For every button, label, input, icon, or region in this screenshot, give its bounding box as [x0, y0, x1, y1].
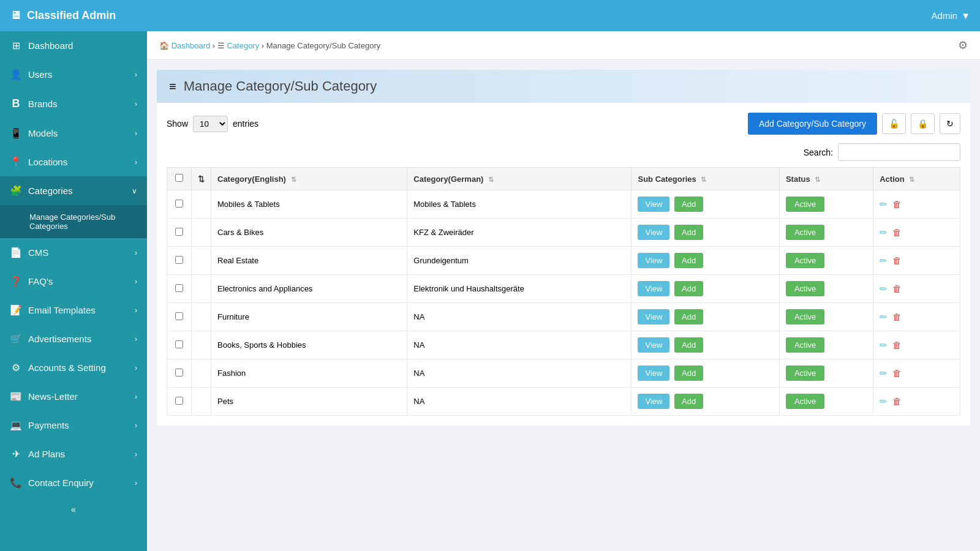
search-row: Search:: [167, 143, 960, 161]
sidebar-item-advertisements[interactable]: 🛒 Advertisements ›: [0, 324, 147, 353]
row-action: ✏ 🗑: [873, 303, 960, 331]
breadcrumb-category[interactable]: Category: [227, 41, 259, 50]
add-subcategory-button[interactable]: Add: [674, 365, 703, 381]
locations-icon: 📍: [10, 156, 22, 168]
edit-icon[interactable]: ✏: [880, 368, 888, 379]
view-subcategories-button[interactable]: View: [638, 365, 669, 381]
add-subcategory-button[interactable]: Add: [674, 253, 703, 268]
delete-icon[interactable]: 🗑: [892, 340, 902, 350]
row-checkbox[interactable]: [175, 256, 183, 264]
add-subcategory-button[interactable]: Add: [674, 281, 703, 296]
th-category-english[interactable]: Category(English) ⇅: [211, 168, 407, 190]
view-subcategories-button[interactable]: View: [638, 281, 669, 296]
row-category-de: Elektronik und Haushaltsgeräte: [407, 275, 631, 303]
sidebar-item-locations[interactable]: 📍 Locations ›: [0, 148, 147, 176]
view-subcategories-button[interactable]: View: [638, 337, 669, 353]
add-subcategory-button[interactable]: Add: [674, 225, 703, 240]
th-sub-categories[interactable]: Sub Categories ⇅: [631, 168, 779, 190]
add-subcategory-button[interactable]: Add: [674, 197, 703, 212]
sidebar-item-cms[interactable]: 📄 CMS ›: [0, 238, 147, 267]
lock-button[interactable]: 🔒: [911, 113, 935, 134]
delete-icon[interactable]: 🗑: [892, 199, 902, 209]
delete-icon[interactable]: 🗑: [892, 283, 902, 294]
row-checkbox[interactable]: [175, 200, 183, 208]
row-checkbox[interactable]: [175, 312, 183, 320]
row-action: ✏ 🗑: [873, 275, 960, 303]
sidebar-item-faqs[interactable]: ❓ FAQ's ›: [0, 267, 147, 296]
sidebar-item-models[interactable]: 📱 Models ›: [0, 119, 147, 148]
add-subcategory-button[interactable]: Add: [674, 337, 703, 353]
edit-icon[interactable]: ✏: [880, 396, 888, 407]
sort-icon-status: ⇅: [815, 176, 820, 183]
sidebar-item-categories[interactable]: 🧩 Categories ∨: [0, 176, 147, 205]
select-all-checkbox[interactable]: [175, 174, 183, 182]
cms-icon: 📄: [10, 247, 22, 258]
view-subcategories-button[interactable]: View: [638, 197, 669, 212]
top-header: 🖥 Classified Admin Admin ▼: [0, 0, 980, 31]
newsletter-icon: 📰: [10, 391, 22, 402]
admin-menu[interactable]: Admin ▼: [932, 10, 970, 21]
admin-label: Admin: [932, 10, 958, 21]
edit-icon[interactable]: ✏: [880, 283, 888, 294]
settings-gear-button[interactable]: ⚙: [958, 39, 968, 52]
sidebar-item-payments[interactable]: 💻 Payments ›: [0, 411, 147, 440]
sidebar-collapse-button[interactable]: «: [0, 497, 147, 522]
edit-icon[interactable]: ✏: [880, 340, 888, 351]
row-action: ✏ 🗑: [873, 219, 960, 247]
row-checkbox[interactable]: [175, 340, 183, 348]
row-checkbox[interactable]: [175, 397, 183, 405]
delete-icon[interactable]: 🗑: [892, 396, 902, 407]
refresh-button[interactable]: ↻: [940, 113, 960, 134]
sidebar-item-manage-categories[interactable]: Manage Categories/Sub Categories: [0, 205, 147, 238]
delete-icon[interactable]: 🗑: [892, 312, 902, 322]
edit-icon[interactable]: ✏: [880, 312, 888, 323]
table-row: Electronics and Appliances Elektronik un…: [167, 275, 960, 303]
sidebar-item-dashboard[interactable]: ⊞ Dashboard: [0, 31, 147, 60]
search-input[interactable]: [838, 143, 960, 161]
sidebar-item-label: Brands: [28, 99, 58, 109]
row-category-de: Grundeigentum: [407, 247, 631, 275]
entries-select[interactable]: 10 25 50 100: [193, 116, 228, 132]
view-subcategories-button[interactable]: View: [638, 309, 669, 324]
edit-icon[interactable]: ✏: [880, 227, 888, 238]
th-category-german[interactable]: Category(German) ⇅: [407, 168, 631, 190]
th-action[interactable]: Action ⇅: [873, 168, 960, 190]
table-row: Cars & Bikes KFZ & Zweiräder View Add Ac…: [167, 219, 960, 247]
add-category-button[interactable]: Add Category/Sub Category: [748, 113, 877, 135]
sidebar-item-label: CMS: [28, 247, 48, 258]
breadcrumb-home[interactable]: Dashboard: [172, 41, 211, 50]
add-subcategory-button[interactable]: Add: [674, 309, 703, 324]
action-icons: ✏ 🗑: [880, 340, 954, 351]
sidebar-item-label: Accounts & Setting: [28, 362, 106, 373]
sidebar-item-ad-plans[interactable]: ✈ Ad Plans ›: [0, 440, 147, 468]
view-subcategories-button[interactable]: View: [638, 394, 669, 409]
row-category-en: Real Estate: [211, 247, 407, 275]
delete-icon[interactable]: 🗑: [892, 227, 902, 238]
delete-icon[interactable]: 🗑: [892, 368, 902, 378]
lock-open-button[interactable]: 🔓: [882, 113, 906, 134]
edit-icon[interactable]: ✏: [880, 255, 888, 266]
row-checkbox[interactable]: [175, 284, 183, 292]
sidebar-item-brands[interactable]: B Brands ›: [0, 89, 147, 119]
th-status[interactable]: Status ⇅: [779, 168, 873, 190]
delete-icon[interactable]: 🗑: [892, 255, 902, 266]
sidebar-item-newsletter[interactable]: 📰 News-Letter ›: [0, 382, 147, 411]
chevron-right-icon: ›: [135, 277, 137, 286]
chevron-right-icon: ›: [135, 249, 137, 257]
sidebar-item-accounts-setting[interactable]: ⚙ Accounts & Setting ›: [0, 353, 147, 382]
edit-icon[interactable]: ✏: [880, 199, 888, 210]
row-status: Active: [779, 303, 873, 331]
view-subcategories-button[interactable]: View: [638, 253, 669, 268]
view-subcategories-button[interactable]: View: [638, 225, 669, 240]
add-subcategory-button[interactable]: Add: [674, 394, 703, 409]
sidebar-item-email-templates[interactable]: 📝 Email Templates ›: [0, 296, 147, 324]
users-icon: 👤: [10, 69, 22, 80]
action-icons: ✏ 🗑: [880, 283, 954, 294]
sidebar-item-users[interactable]: 👤 Users ›: [0, 60, 147, 89]
row-checkbox-cell: [167, 388, 192, 416]
row-sort-cell: [192, 359, 211, 388]
row-action: ✏ 🗑: [873, 190, 960, 219]
sidebar-item-contact-enquiry[interactable]: 📞 Contact Enquiry ›: [0, 468, 147, 497]
row-checkbox[interactable]: [175, 228, 183, 236]
row-checkbox[interactable]: [175, 369, 183, 377]
